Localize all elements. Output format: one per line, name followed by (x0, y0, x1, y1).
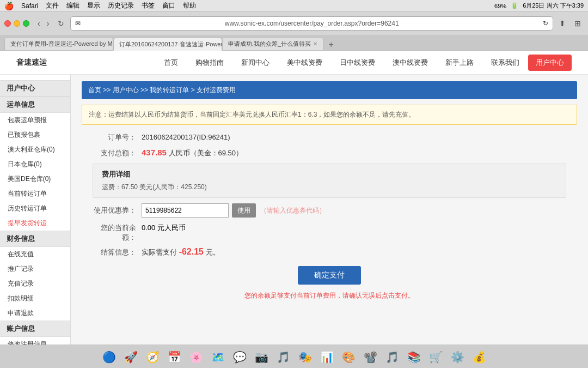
settle-amount: -62.15 (179, 247, 204, 256)
battery-icon: 🔋 (511, 2, 518, 9)
dock: 🔵 🚀 🧭 📅 🌸 🗺️ 💬 📷 🎵 🎭 📊 🎨 📽️ 🎵 📚 🛒 ⚙️ 💰 (0, 345, 588, 368)
confirm-pay-button[interactable]: 确定支付 (298, 266, 361, 285)
site-header: 音速速运 首页 购物指南 新闻中心 美中线资费 日中线资费 澳中线资费 新手上路… (0, 51, 588, 75)
browser-tabs: 支付订单费用-音速速运-Powered by MajExpress! ✕ 订单2… (0, 35, 588, 50)
nav-jp-cn[interactable]: 日中线资费 (331, 53, 384, 72)
new-tab-button[interactable]: + (326, 39, 336, 50)
back-button[interactable]: ‹ (35, 18, 43, 29)
tab-1-label: 支付订单费用-音速速运-Powered by MajExpress! (10, 40, 113, 48)
nav-guide[interactable]: 购物指南 (187, 53, 232, 72)
reload-icon: ↻ (543, 20, 548, 27)
sidebar-item-jp-warehouse[interactable]: 日本仓库(0) (0, 157, 70, 172)
clock: 6月25日 周六 下午3:39 (523, 2, 584, 10)
coupon-input[interactable] (142, 203, 229, 218)
sidebar-item-parcel-forecast[interactable]: 包裹运单预报 (0, 113, 70, 128)
dock-music[interactable]: 🎵 (273, 347, 293, 367)
sidebar-item-recharge[interactable]: 在线充值 (0, 247, 70, 262)
balance-value: 0.00 元人民币 (142, 223, 186, 233)
dock-books[interactable]: 📚 (404, 347, 424, 367)
main-layout: 用户中心 运单信息 包裹运单预报 已预报包裹 澳大利亚仓库(0) 日本仓库(0)… (0, 75, 588, 345)
sidebar-item-refund[interactable]: 申请退款 (0, 306, 70, 321)
settle-label: 结算信息： (93, 248, 136, 257)
order-number-value: 20160624200137(ID:96241) (142, 133, 230, 141)
balance-label: 您的当前余额： (93, 223, 136, 243)
sidebar-item-current-transfer[interactable]: 当前转运订单 (0, 186, 70, 201)
traffic-lights (4, 20, 29, 27)
tab-3[interactable]: 申请成功,我的众筹_什么值得买 ✕ (222, 37, 323, 50)
maximize-button[interactable] (23, 20, 29, 27)
tab-3-close[interactable]: ✕ (313, 41, 317, 47)
menubar-help[interactable]: 帮助 (183, 1, 196, 10)
sidebar-item-deduction[interactable]: 扣款明细 (0, 291, 70, 306)
sidebar-item-promotion[interactable]: 推广记录 (0, 262, 70, 276)
new-tab-sidebar[interactable]: ⊞ (572, 18, 584, 29)
dock-systemprefs[interactable]: ⚙️ (448, 347, 467, 367)
nav-contact[interactable]: 联系我们 (482, 53, 528, 72)
menubar-history[interactable]: 历史记录 (108, 1, 134, 10)
dock-finder[interactable]: 🔵 (99, 347, 119, 367)
pay-notice: 您的余额足够支付当前订单费用，请确认无误后点击支付。 (93, 291, 566, 300)
menubar-window[interactable]: 窗口 (162, 1, 175, 10)
forward-button[interactable]: › (44, 18, 52, 29)
coupon-row: 使用优惠券： 使用 （请输入优惠券代码） (93, 203, 566, 218)
menubar-right: 69% 🔋 6月25日 周六 下午3:39 (494, 2, 584, 10)
dock-appstore[interactable]: 🛒 (426, 347, 445, 367)
dock-safari[interactable]: 🧭 (143, 347, 162, 367)
sidebar-item-us-warehouse[interactable]: 美国DE仓库(0) (0, 172, 70, 186)
settle-suffix: 元。 (204, 248, 220, 256)
payment-unit: 人民币（美金：69.50） (169, 149, 243, 157)
nav-au-cn[interactable]: 澳中线资费 (384, 53, 437, 72)
content-area: 首页 >> 用户中心 >> 我的转运订单 > 支付运费费用 注意：运费结算以人民… (71, 75, 588, 345)
lock-icon: ✉ (75, 20, 81, 27)
menubar-bookmarks[interactable]: 书签 (142, 1, 155, 10)
mac-menubar: 🍎 Safari 文件 编辑 显示 历史记录 书签 窗口 帮助 69% 🔋 6月… (0, 0, 588, 12)
menubar-edit[interactable]: 编辑 (66, 1, 79, 10)
site-nav: 首页 购物指南 新闻中心 美中线资费 日中线资费 澳中线资费 新手上路 联系我们… (155, 53, 572, 72)
address-bar[interactable]: ✉ www.sonic-ex.com/usercenter/pay_order.… (70, 16, 553, 31)
apple-menu[interactable]: 🍎 (4, 2, 14, 10)
menubar-view[interactable]: 显示 (87, 1, 100, 10)
dock-launchpad[interactable]: 🚀 (121, 347, 140, 367)
sidebar-item-early-delivery[interactable]: 提早发货转运 (0, 216, 70, 231)
menubar-left: 🍎 Safari 文件 编辑 显示 历史记录 书签 窗口 帮助 (4, 1, 196, 10)
dock-camera[interactable]: 📷 (252, 347, 271, 367)
minimize-button[interactable] (14, 20, 20, 27)
dock-keynote2[interactable]: 📽️ (360, 347, 380, 367)
nav-buttons: ‹ › (35, 18, 52, 29)
dock-photos[interactable]: 🌸 (186, 347, 206, 367)
close-button[interactable] (4, 20, 11, 27)
dock-keynote[interactable]: 🎭 (295, 347, 315, 367)
fee-detail-title: 费用详细 (102, 170, 557, 179)
fee-detail-box: 费用详细 运费：67.50 美元(人民币：425.250) (93, 164, 566, 198)
dock-messages[interactable]: 💬 (230, 347, 249, 367)
dock-calendar[interactable]: 📅 (164, 347, 184, 367)
fee-detail-content: 运费：67.50 美元(人民币：425.250) (102, 183, 557, 192)
nav-start[interactable]: 新手上路 (437, 53, 482, 72)
tab-1[interactable]: 支付订单费用-音速速运-Powered by MajExpress! ✕ (4, 37, 113, 50)
sidebar-item-edit-info[interactable]: 修改注册信息 (0, 337, 70, 345)
payment-total-row: 支付总额： 437.85 人民币（美金：69.50） (93, 148, 566, 158)
refresh-button[interactable]: ↻ (55, 18, 67, 29)
nav-user-center[interactable]: 用户中心 (528, 55, 572, 71)
dock-photoshop[interactable]: 🎨 (339, 347, 358, 367)
sidebar-item-recharge-record[interactable]: 充值记录 (0, 276, 70, 291)
dock-maps[interactable]: 🗺️ (208, 347, 228, 367)
sidebar-item-au-warehouse[interactable]: 澳大利亚仓库(0) (0, 142, 70, 157)
dock-worthbuy[interactable]: 💰 (469, 347, 489, 367)
nav-news[interactable]: 新闻中心 (232, 53, 278, 72)
sidebar-title-shipping: 运单信息 (0, 96, 70, 113)
tab-2[interactable]: 订单20160624200137-音速速运-Powered by MajExpr… (113, 38, 222, 51)
tab-3-label: 申请成功,我的众筹_什么值得买 (228, 40, 311, 48)
nav-us-cn[interactable]: 美中线资费 (278, 53, 331, 72)
order-number-row: 订单号： 20160624200137(ID:96241) (93, 132, 566, 142)
sidebar-title-account: 账户信息 (0, 321, 70, 337)
coupon-use-button[interactable]: 使用 (232, 203, 256, 218)
dock-numbers[interactable]: 📊 (317, 347, 336, 367)
sidebar-item-reported-parcel[interactable]: 已预报包裹 (0, 128, 70, 142)
share-button[interactable]: ⬆ (556, 18, 568, 29)
dock-itunes[interactable]: 🎵 (382, 347, 402, 367)
menubar-file[interactable]: 文件 (46, 1, 59, 10)
sidebar-item-history-transfer[interactable]: 历史转运订单 (0, 201, 70, 216)
nav-home[interactable]: 首页 (155, 53, 187, 72)
menubar-safari[interactable]: Safari (21, 2, 38, 10)
